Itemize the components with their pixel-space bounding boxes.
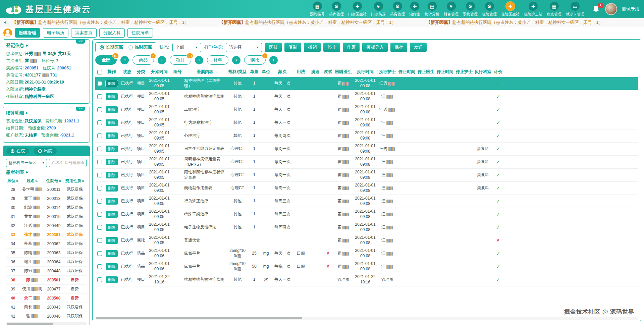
order-row[interactable]: 删除已执行项目2021-01-01 09:05工娱治疗其他1每天一次霍2021-… [95,103,638,116]
tab-住院清单[interactable]: 住院清单 [127,28,153,38]
nav-item[interactable]: ✚门诊医生站 [348,1,367,17]
order-row[interactable]: 删除已执行项目2021-01-01 09:05精神病护理（二级护理）其他1每天一… [95,77,638,90]
order-row[interactable]: 删除已执行药品2021-01-01 09:06氯氮平片25mg*100/瓶50m… [95,260,638,273]
print-select[interactable]: 请选择 ▼ [226,43,262,52]
nav-item[interactable]: ▦预约挂号 [310,1,325,17]
delete-button[interactable]: 删除 [106,172,118,178]
filter-all[interactable]: 全部16 [95,55,117,65]
patient-row[interactable]: 42骆200048武汉职保 [6,312,87,321]
delete-button[interactable]: 删除 [106,132,118,139]
action-button-撤销[interactable]: 撤销 [304,43,321,52]
add-button[interactable]: + [232,56,240,64]
patient-row[interactable]: 37陈冠200448武汉居保 [6,266,87,275]
row-checkbox[interactable] [97,277,102,282]
delete-button[interactable]: 删除 [106,237,118,244]
action-button-作废[interactable]: 作废 [343,43,360,52]
nav-item[interactable]: ▤统计分析 [425,1,439,17]
sort-icon[interactable]: ⇅ [35,179,38,183]
order-row[interactable]: 删除已执行药品2021-01-01 09:06氯氮平片25mg*100/瓶25m… [95,247,638,260]
temporary-order-radio[interactable]: 临时医嘱 [128,44,152,50]
row-checkbox[interactable] [97,212,102,217]
nav-item[interactable]: ⚙药库管理 [329,1,344,17]
order-row[interactable]: 删除已执行项目2021-01-01 09:05阳性和阴性精神症状评定量表心理CT… [95,169,638,182]
status-select[interactable]: 全部 ▼ [172,43,201,52]
action-button-模板导入[interactable]: 模板导入 [362,43,388,52]
delete-button[interactable]: 删除 [106,119,118,126]
menu-button[interactable]: ≡ [120,56,129,64]
tab-病案首页[interactable]: 病案首页 [71,28,97,38]
filter-嘱托[interactable]: 嘱托1 [244,55,266,65]
row-checkbox[interactable] [97,225,102,230]
row-checkbox[interactable] [97,199,102,204]
order-row[interactable]: 删除已执行项目2021-01-01 09:05特殊工娱治疗其他1每周三次霍202… [95,208,638,221]
order-row[interactable]: 删除已执行项目2021-01-01 09:05简明精神病评定量表（BPRS）心理… [95,156,638,169]
filter-药品[interactable]: 药品2 [132,55,154,65]
delete-button[interactable]: 删除 [106,159,118,165]
delete-button[interactable]: 删除 [106,198,118,205]
department-select[interactable]: 精神科男一病区 ▼ [6,159,47,167]
sort-icon[interactable]: ⇅ [82,179,84,183]
nav-item[interactable]: ⚙系统管理 [463,1,478,17]
action-button-医技[interactable]: 医技 [265,43,282,52]
nav-item[interactable]: ⚙药房管理 [390,1,405,17]
patient-row[interactable]: 38陈200501自费 [6,275,87,284]
patient-row[interactable]: 33张才200361武汉居保 [6,230,87,239]
collapse-button[interactable]: »» [76,39,85,44]
nav-item[interactable]: ✚住院护士站 [524,1,542,17]
delete-button[interactable]: 删除 [106,250,118,257]
add-button[interactable]: + [269,56,278,64]
patient-row[interactable]: 41商长200043武汉居保 [6,303,87,312]
delete-button[interactable]: 删除 [106,93,118,100]
scrollbar-thumb[interactable] [7,323,53,325]
add-button[interactable]: + [195,56,203,64]
delete-button[interactable]: 删除 [106,185,118,192]
select-all-checkbox[interactable] [97,70,102,74]
order-row[interactable]: 删除已执行项目2021-01-01 09:05行为观察和治疗其他1每天一次霍20… [95,116,638,129]
row-checkbox[interactable] [97,147,102,151]
delete-button[interactable]: 删除 [106,224,118,231]
patient-row[interactable]: 30邹波200014武汉居保 [6,203,87,212]
row-checkbox[interactable] [97,160,102,164]
delete-button[interactable]: 删除 [106,276,118,283]
row-checkbox[interactable] [97,81,102,86]
patient-scrollbar[interactable] [6,322,87,325]
order-row[interactable]: 删除已执行嘱托2021-01-01 09:05普通饮食霍2021-01-01 0… [95,234,638,247]
order-row[interactable]: 删除已执行项目2021-01-01 09:05药物副作用量表心理CT1每周一次霍… [95,182,638,195]
nav-item[interactable]: ⚙住院管理 [482,1,497,17]
collapse-button[interactable]: »» [76,107,85,111]
order-row[interactable]: 删除已执行项目2021-01-01 09:05行为矫正治疗其他1每周三次霍202… [95,195,638,208]
delete-button[interactable]: 删除 [106,263,118,270]
patient-row[interactable]: 36谢江200364武汉居保 [6,257,87,266]
patient-row[interactable]: 34杜基200362武汉居保 [6,239,87,248]
patient-search-input[interactable] [49,159,87,167]
filter-材料[interactable]: 材料 [207,55,228,65]
nav-item[interactable]: ▭就诊卡管理 [566,1,584,17]
notifications-button[interactable]: 8 [592,5,600,13]
sort-icon[interactable]: ⇅ [16,179,18,183]
delete-button[interactable]: 删除 [106,106,118,113]
patient-col-header[interactable]: 住院号⇅ [44,177,63,185]
patient-row[interactable]: 35陈辅200363武汉居保 [6,248,87,257]
order-row[interactable]: 删除已执行项目2021-01-01 09:05抗精神病药物治疗监测其他1每天一次… [95,90,638,103]
nav-item[interactable]: ✚住院医生站 [501,1,520,17]
nav-item[interactable]: ▦病案管理 [547,1,561,17]
patient-row[interactable]: 32汪秀200449武汉居保 [6,221,87,230]
row-checkbox[interactable] [97,238,102,243]
action-button-保存[interactable]: 保存 [390,43,407,52]
patient-col-header[interactable]: 费用性质⇅ [63,177,87,185]
nav-item[interactable]: ✚治疗室 [409,1,420,17]
in-hospital-radio[interactable]: 在院 [6,148,29,155]
order-row[interactable]: 删除已执行项目2021-01-01 09:05心理治疗其他1每周两次霍2021-… [95,129,638,143]
delete-button[interactable]: 删除 [106,146,118,152]
order-row[interactable]: 删除已执行项目2021-01-22 19:16抗精神病药物治疗监测其他1次每天一… [95,273,638,286]
row-checkbox[interactable] [97,133,102,138]
patient-row[interactable]: 40余二200508自费 [6,293,87,303]
order-row[interactable]: 删除已执行项目2021-01-01 09:05电子生物反馈疗法其他1每周两次霍2… [95,221,638,234]
expand-icon[interactable] [26,112,28,114]
filter-项目[interactable]: 项目13 [170,55,191,65]
tab-分配入科[interactable]: 分配入科 [99,28,125,38]
sort-icon[interactable]: ⇅ [59,179,61,183]
nav-item[interactable]: ¥门诊药房 [371,1,386,17]
expand-icon[interactable] [26,44,28,47]
action-button-停止[interactable]: 停止 [323,43,340,52]
